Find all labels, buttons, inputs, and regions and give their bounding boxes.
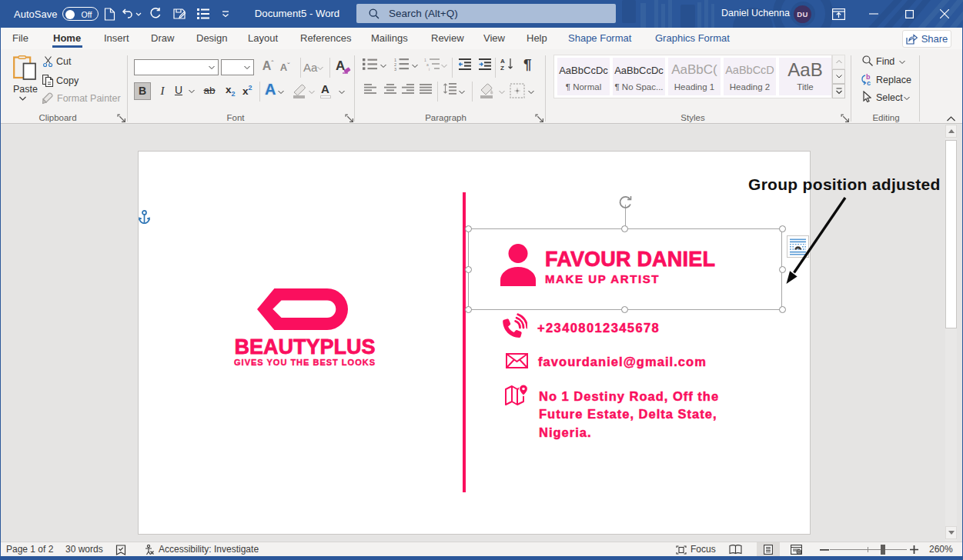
svg-text:c: c (867, 79, 871, 86)
svg-text:3: 3 (394, 67, 396, 71)
svg-text:A: A (500, 58, 505, 65)
svg-text:i: i (429, 67, 430, 71)
svg-text:Z: Z (500, 65, 504, 71)
